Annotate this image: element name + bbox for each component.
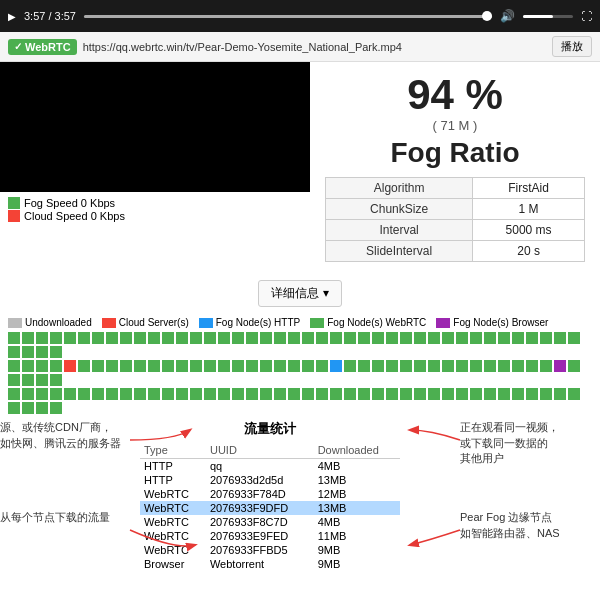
chunk-block <box>358 332 370 344</box>
chunk-block <box>36 402 48 414</box>
interval-key: Interval <box>326 220 473 241</box>
size-text: ( 71 M ) <box>325 118 585 133</box>
play-button[interactable]: 播放 <box>552 36 592 57</box>
chunk-block <box>414 388 426 400</box>
fog-ratio-label: Fog Ratio <box>325 137 585 169</box>
chunksize-value: 1 M <box>473 199 585 220</box>
undownloaded-color <box>8 318 22 328</box>
chunk-block <box>400 332 412 344</box>
chunk-block <box>358 360 370 372</box>
fullscreen-icon[interactable]: ⛶ <box>581 10 592 22</box>
annotation-left-top: 源、或传统CDN厂商， 如快网、腾讯云的服务器 <box>0 420 130 451</box>
chunk-block <box>36 374 48 386</box>
chunk-block <box>204 388 216 400</box>
chunk-block <box>162 388 174 400</box>
legend-item-fog: Fog Speed 0 Kbps <box>8 197 302 209</box>
table-cell-downloaded: 13MB <box>314 501 400 515</box>
chunk-block <box>134 332 146 344</box>
flow-table: Type UUID Downloaded HTTPqq4MBHTTP207693… <box>140 442 400 571</box>
chunk-block <box>484 360 496 372</box>
annotation-text-left-bottom: 从每个节点下载的流量 <box>0 511 110 523</box>
chunk-block <box>288 360 300 372</box>
chunk-block <box>260 332 272 344</box>
chunk-block <box>162 360 174 372</box>
chunk-block <box>470 388 482 400</box>
cloud-speed-label: Cloud Speed 0 Kbps <box>24 210 125 222</box>
chunk-block <box>302 332 314 344</box>
chunk-block <box>8 346 20 358</box>
check-icon: ✓ <box>14 41 22 52</box>
video-player: ▶ 3:57 / 3:57 🔊 ⛶ <box>0 0 600 32</box>
chunk-block <box>232 360 244 372</box>
chunk-block <box>36 360 48 372</box>
table-cell-uuid: qq <box>206 459 314 474</box>
table-cell-type: WebRTC <box>140 515 206 529</box>
fog-http-color <box>199 318 213 328</box>
chunk-block <box>92 388 104 400</box>
chunk-block <box>302 388 314 400</box>
chunk-block <box>442 360 454 372</box>
chunk-legend-cloud: Cloud Server(s) <box>102 317 189 328</box>
table-cell-uuid: 2076933d2d5d <box>206 473 314 487</box>
table-row: WebRTC2076933F9DFD13MB <box>140 501 400 515</box>
chunk-block <box>8 402 20 414</box>
chunk-block <box>512 388 524 400</box>
chunk-block <box>372 360 384 372</box>
chunk-block <box>204 332 216 344</box>
volume-bar[interactable] <box>523 15 573 18</box>
cloud-speed-dot <box>8 210 20 222</box>
chunk-block <box>526 388 538 400</box>
chunk-block <box>190 360 202 372</box>
chunk-block <box>36 388 48 400</box>
table-cell-uuid: Webtorrent <box>206 557 314 571</box>
fog-webrtc-color <box>310 318 324 328</box>
chunk-block <box>218 360 230 372</box>
chunk-block <box>8 388 20 400</box>
chunk-block <box>554 332 566 344</box>
chunk-block <box>540 360 552 372</box>
slideinterval-value: 20 s <box>473 241 585 262</box>
table-cell-uuid: 2076933FFBD5 <box>206 543 314 557</box>
chunk-block <box>50 374 62 386</box>
right-panel: 94 % ( 71 M ) Fog Ratio Algorithm FirstA… <box>310 62 600 272</box>
chunk-block <box>134 388 146 400</box>
fog-browser-color <box>436 318 450 328</box>
chunk-block <box>50 388 62 400</box>
col-downloaded: Downloaded <box>314 442 400 459</box>
details-button[interactable]: 详细信息 ▾ <box>258 280 341 307</box>
algorithm-value: FirstAid <box>473 178 585 199</box>
play-icon[interactable]: ▶ <box>8 11 16 22</box>
chunk-block <box>8 374 20 386</box>
chunk-block <box>400 388 412 400</box>
chunk-block <box>148 332 160 344</box>
chunk-block <box>190 388 202 400</box>
chunk-legend-fog-browser: Fog Node(s) Browser <box>436 317 548 328</box>
annotation-right-top: 正在观看同一视频， 或下载同一数据的 其他用户 <box>460 420 600 466</box>
annotation-wrapper: 源、或传统CDN厂商， 如快网、腾讯云的服务器 从每个节点下载的流量 正在观看同… <box>0 420 600 599</box>
chunk-block <box>568 360 580 372</box>
chunk-block <box>22 346 34 358</box>
chunk-block <box>36 332 48 344</box>
table-cell-uuid: 2076933F784D <box>206 487 314 501</box>
table-cell-type: WebRTC <box>140 529 206 543</box>
chunk-block <box>344 360 356 372</box>
chunk-block <box>344 332 356 344</box>
chunk-block <box>22 332 34 344</box>
chunk-block <box>22 360 34 372</box>
chunk-block <box>190 332 202 344</box>
chunk-legend: Undownloaded Cloud Server(s) Fog Node(s)… <box>0 313 600 332</box>
table-cell-downloaded: 12MB <box>314 487 400 501</box>
chunk-block <box>22 402 34 414</box>
table-row: HTTP2076933d2d5d13MB <box>140 473 400 487</box>
chunk-block <box>64 388 76 400</box>
algorithm-key: Algorithm <box>326 178 473 199</box>
cloud-label: Cloud Server(s) <box>119 317 189 328</box>
progress-bar[interactable] <box>84 15 492 18</box>
chunk-block <box>330 332 342 344</box>
chunk-block <box>526 332 538 344</box>
volume-icon[interactable]: 🔊 <box>500 9 515 23</box>
chunk-block <box>120 388 132 400</box>
chunk-block <box>274 332 286 344</box>
table-cell-downloaded: 9MB <box>314 557 400 571</box>
chunk-row <box>8 388 592 414</box>
